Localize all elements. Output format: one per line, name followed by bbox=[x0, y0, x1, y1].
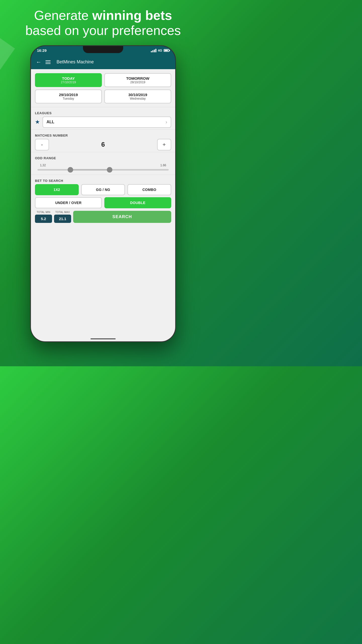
total-max-field: TOTAL MAX 21.1 bbox=[54, 211, 71, 223]
bet-buttons-row1: 1X2 GG / NG COMBO bbox=[31, 184, 175, 197]
range-labels: 1,32 1.66 bbox=[35, 164, 171, 167]
home-indicator bbox=[90, 338, 116, 339]
nav-bar: ← BetMines Machine bbox=[31, 55, 175, 69]
range-fill bbox=[70, 169, 110, 171]
bet-double[interactable]: DOUBLE bbox=[104, 197, 171, 208]
divider-1 bbox=[31, 107, 175, 107]
leagues-value: ALL bbox=[47, 120, 54, 124]
nav-title: BetMines Machine bbox=[57, 59, 94, 65]
bottom-bar: TOTAL MIN 5.2 TOTAL MAX 21.1 SEARCH bbox=[31, 211, 175, 225]
date-tomorrow-label: TOMORROW bbox=[108, 76, 167, 80]
divider-3 bbox=[31, 152, 175, 152]
star-icon: ★ bbox=[35, 119, 40, 125]
power-button bbox=[175, 116, 176, 129]
range-thumb-right[interactable] bbox=[107, 167, 112, 173]
bet-gg-ng[interactable]: GG / NG bbox=[81, 184, 125, 195]
bet-combo[interactable]: COMBO bbox=[127, 184, 171, 195]
signal-bar-1 bbox=[151, 51, 152, 52]
app-content: TODAY 27/10/2019 TOMORROW 28/10/2019 29/… bbox=[31, 69, 175, 341]
phone-notch bbox=[83, 46, 123, 53]
total-min-label: TOTAL MIN bbox=[37, 211, 51, 214]
signal-bars bbox=[151, 49, 156, 52]
bet-under-over[interactable]: UNDER / OVER bbox=[35, 197, 102, 208]
date-wed-date: Wednesday bbox=[108, 97, 167, 100]
headline-normal: Generate bbox=[34, 8, 92, 23]
signal-bar-3 bbox=[154, 50, 155, 52]
range-track bbox=[37, 169, 169, 171]
total-min-field: TOTAL MIN 5.2 bbox=[35, 211, 52, 223]
total-max-label: TOTAL MAX bbox=[55, 211, 70, 214]
leagues-label: LEAGUES bbox=[31, 109, 175, 116]
headline-line1: Generate winning bets bbox=[25, 8, 181, 23]
date-tue[interactable]: 29/10/2019 Tuesday bbox=[35, 90, 102, 103]
date-grid: TODAY 27/10/2019 TOMORROW 28/10/2019 29/… bbox=[31, 69, 175, 105]
signal-bar-2 bbox=[152, 50, 153, 52]
battery-fill bbox=[164, 50, 168, 51]
range-min-label: 1,32 bbox=[40, 164, 46, 167]
odd-range-label: ODD RANGE bbox=[31, 154, 175, 162]
status-icons: 4G bbox=[151, 49, 169, 52]
total-min-input[interactable]: 5.2 bbox=[35, 215, 52, 223]
date-today-date: 27/10/2019 bbox=[39, 80, 98, 84]
matches-row: - 6 + bbox=[31, 139, 175, 150]
date-wed-label: 30/10/2019 bbox=[108, 93, 167, 97]
menu-line bbox=[46, 63, 51, 64]
menu-button[interactable] bbox=[46, 60, 51, 64]
date-tue-date: Tuesday bbox=[39, 97, 98, 100]
leagues-row: ★ ALL › bbox=[31, 116, 175, 128]
phone-frame: 16:29 4G ← BetMines Machine bbox=[30, 45, 176, 342]
range-thumb-left[interactable] bbox=[68, 167, 73, 173]
date-today[interactable]: TODAY 27/10/2019 bbox=[35, 73, 102, 87]
matches-minus[interactable]: - bbox=[35, 139, 49, 150]
chevron-right-icon: › bbox=[166, 119, 167, 125]
headline: Generate winning bets based on your pref… bbox=[20, 8, 186, 38]
leagues-select[interactable]: ALL › bbox=[42, 116, 171, 128]
search-button[interactable]: SEARCH bbox=[73, 211, 171, 223]
bet-search-label: BET TO SEARCH bbox=[31, 176, 175, 184]
divider-4 bbox=[31, 175, 175, 175]
battery-icon bbox=[164, 49, 169, 52]
range-max-label: 1.66 bbox=[160, 164, 166, 167]
date-wed[interactable]: 30/10/2019 Wednesday bbox=[104, 90, 171, 103]
bet-buttons-row2: UNDER / OVER DOUBLE bbox=[31, 197, 175, 211]
headline-bold: winning bets bbox=[92, 8, 172, 23]
menu-line bbox=[46, 62, 51, 62]
headline-line2: based on your preferences bbox=[25, 23, 181, 38]
signal-bar-4 bbox=[155, 49, 156, 52]
menu-line bbox=[46, 60, 51, 61]
matches-plus[interactable]: + bbox=[157, 139, 171, 150]
divider-2 bbox=[31, 129, 175, 130]
network-type: 4G bbox=[158, 49, 162, 52]
date-today-label: TODAY bbox=[39, 76, 98, 80]
date-tue-label: 29/10/2019 bbox=[39, 93, 98, 97]
total-max-input[interactable]: 21.1 bbox=[54, 215, 71, 223]
status-time: 16:29 bbox=[37, 48, 47, 53]
date-tomorrow-date: 28/10/2019 bbox=[108, 80, 167, 84]
back-button[interactable]: ← bbox=[36, 59, 41, 65]
matches-value: 6 bbox=[49, 141, 157, 148]
date-tomorrow[interactable]: TOMORROW 28/10/2019 bbox=[104, 73, 171, 87]
odd-range-container: 1,32 1.66 bbox=[31, 162, 175, 173]
bet-1x2[interactable]: 1X2 bbox=[35, 184, 79, 195]
matches-label: MATCHES NUMBER bbox=[31, 131, 175, 139]
